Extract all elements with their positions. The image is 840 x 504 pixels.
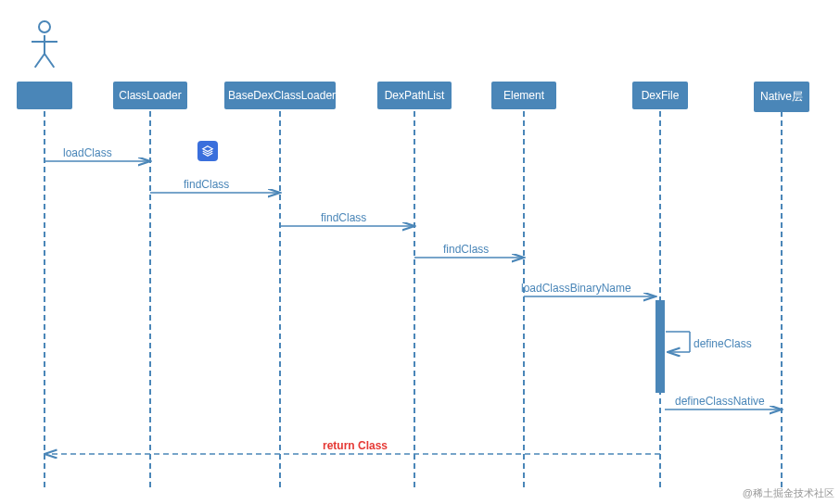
- participant-classloader: ClassLoader: [113, 82, 187, 109]
- msg-defineclass: defineClass: [694, 337, 752, 350]
- participant-basedexclassloader: BaseDexClassLoader: [224, 82, 336, 109]
- msg-findclass-2: findClass: [321, 211, 366, 224]
- msg-defineclassnative: defineClassNative: [675, 395, 765, 408]
- participant-label: DexFile: [642, 89, 680, 102]
- participant-label: Native层: [760, 90, 803, 103]
- msg-loadclassbinaryname: loadClassBinaryName: [521, 282, 631, 295]
- participant-label: ClassLoader: [119, 89, 181, 102]
- lifeline-dexpathlist: [414, 111, 415, 487]
- lifeline-native: [781, 111, 783, 487]
- watermark: @稀土掘金技术社区: [743, 486, 834, 500]
- lifeline-classloader: [149, 111, 151, 487]
- layers-icon: [197, 141, 218, 161]
- msg-findclass-1: findClass: [184, 178, 229, 191]
- lifeline-dexfile: [659, 111, 661, 487]
- participant-dexfile: DexFile: [632, 82, 688, 109]
- participant-label: Element: [503, 89, 544, 102]
- msg-loadclass: loadClass: [63, 146, 112, 159]
- lifeline-actor: [44, 111, 45, 487]
- participant-label: DexPathList: [385, 89, 445, 102]
- lifeline-basedexclassloader: [279, 111, 281, 487]
- sequence-diagram-canvas: [0, 0, 840, 504]
- participant-element: Element: [491, 82, 556, 109]
- lifeline-element: [523, 111, 525, 487]
- activation-dexfile: [655, 300, 665, 393]
- msg-return-class: return Class: [323, 439, 388, 452]
- participant-dexpathlist: DexPathList: [377, 82, 452, 109]
- msg-findclass-3: findClass: [443, 243, 489, 256]
- participant-label: BaseDexClassLoader: [228, 89, 336, 102]
- participant-actor: [17, 82, 72, 109]
- participant-native: Native层: [754, 82, 809, 112]
